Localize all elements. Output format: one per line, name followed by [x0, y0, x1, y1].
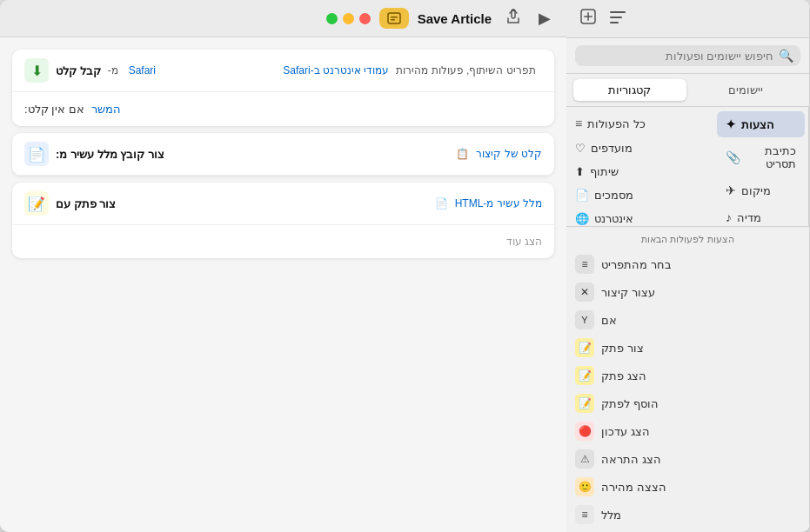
suggestion-select-from-list[interactable]: בחר מהתפריט ≡: [566, 250, 809, 278]
all-actions-header: כל הפעולות ≡: [566, 110, 713, 136]
svg-rect-8: [391, 17, 398, 18]
search-input[interactable]: [582, 50, 773, 63]
tab-bookmarks[interactable]: יישומים: [690, 79, 803, 101]
text-icon: ≡: [575, 505, 594, 524]
suggestion-label-create-note: צור פתק: [601, 342, 644, 355]
card-body-note: הצג עוד: [12, 225, 554, 258]
if-icon: Υ: [575, 310, 594, 329]
suggestion-label-if: אם: [601, 314, 617, 327]
suggestion-stop-shortcut[interactable]: עצור קיצור ✕: [566, 278, 809, 306]
svg-rect-2: [610, 22, 619, 23]
card-header-create-note: 📝 צור פתק עם 📄 מלל עשיר מ-HTML: [12, 183, 554, 225]
stop-icon: ✕: [575, 283, 594, 302]
action-item-favorites[interactable]: מועדפים ♡: [566, 136, 713, 160]
update-icon: 🔴: [575, 422, 594, 441]
svg-rect-5: [584, 16, 592, 17]
window-title: Save Article: [418, 11, 492, 26]
tags-label: תפריט השיתוף, פעולות מהירות: [396, 64, 539, 76]
if-row: אם אין קלט: המשר: [24, 99, 542, 119]
right-toolbar: ▶ Save Article: [0, 0, 566, 37]
shortcut-input-link[interactable]: קלט של קיצור: [476, 148, 542, 160]
app-window: 🔍 יישומים קטגוריות הצעות ✦ כתיבת תסריט 📎: [0, 0, 810, 532]
html-content-link[interactable]: מלל עשיר מ-HTML: [455, 197, 542, 209]
workflow-area: ⬇ קבל קלט מ- Safari עמודי אינטרנט ב-Safa…: [0, 37, 566, 532]
traffic-lights: [326, 13, 371, 24]
action-item-documents[interactable]: מסמכים 📄: [566, 183, 713, 207]
sparkle-icon: ✦: [726, 117, 736, 131]
quick-look-icon: 🙂: [575, 477, 594, 496]
search-input-wrap: 🔍: [575, 45, 800, 66]
tab-row: יישומים קטגוריות: [566, 74, 809, 107]
category-label-media: מדיה: [737, 211, 761, 224]
source-detail-link[interactable]: עמודי אינטרנט ב-Safari: [283, 64, 389, 76]
suggestions-header: הצעות לפעולות הבאות: [566, 234, 809, 250]
add-more-button[interactable]: הצג עוד: [506, 232, 542, 251]
action-item-sharing[interactable]: שיתוף ⬆: [566, 160, 713, 183]
svg-rect-0: [610, 11, 626, 13]
rtf-icon: 📄: [24, 142, 49, 166]
script-icon: 📎: [726, 150, 740, 164]
category-label-actions: הצעות: [741, 118, 774, 131]
show-note-icon: 📝: [575, 366, 594, 385]
suggestion-show-update[interactable]: הצג עדכון 🔴: [566, 417, 809, 445]
play-button[interactable]: ▶: [535, 7, 554, 30]
clipboard-icon-rtf: 📋: [456, 148, 469, 160]
svg-rect-1: [610, 17, 622, 18]
documents-icon: 📄: [575, 189, 589, 202]
right-panel: ▶ Save Article: [0, 0, 566, 532]
filter-icon-button[interactable]: [606, 8, 629, 30]
favorites-icon: ♡: [575, 142, 586, 155]
get-input-icon: ⬇: [24, 58, 49, 83]
suggestions-section: הצעות לפעולות הבאות בחר מהתפריט ≡ עצור ק…: [566, 226, 809, 532]
all-actions-icon: ≡: [575, 116, 582, 130]
suggestion-text[interactable]: מלל ≡: [566, 501, 809, 529]
action-label-sharing: שיתוף: [590, 165, 619, 178]
left-panel: 🔍 יישומים קטגוריות הצעות ✦ כתיבת תסריט 📎: [566, 0, 810, 532]
doc-icon-note: 📄: [435, 197, 448, 209]
close-button[interactable]: [359, 13, 371, 24]
suggestion-show-note[interactable]: הצג פתק 📝: [566, 362, 809, 389]
from-label: מ-: [108, 64, 118, 76]
suggestion-create-note[interactable]: צור פתק 📝: [566, 334, 809, 362]
card-header-get-input: ⬇ קבל קלט מ- Safari עמודי אינטרנט ב-Safa…: [12, 50, 554, 92]
share-button[interactable]: [502, 7, 525, 30]
category-label-writing: כתיבת תסריט: [746, 144, 796, 170]
alert-icon: ⚠: [575, 449, 594, 469]
category-item-location[interactable]: מיקום ✈: [717, 177, 805, 203]
category-item-actions[interactable]: הצעות ✦: [717, 111, 805, 137]
suggestion-label-append-note: הוסף לפתק: [601, 397, 659, 410]
tab-categories[interactable]: קטגוריות: [573, 79, 686, 101]
suggestion-label-text: מלל: [601, 509, 621, 522]
suggestion-label-select: בחר מהתפריט: [601, 258, 672, 271]
action-item-internet[interactable]: אינטרנט 🌐: [566, 207, 713, 226]
if-label: אם אין קלט:: [24, 103, 84, 116]
action-label-documents: מסמכים: [594, 189, 633, 202]
workflow-card-create-note: 📝 צור פתק עם 📄 מלל עשיר מ-HTML הצג עוד: [12, 183, 554, 258]
category-list: הצעות ✦ כתיבת תסריט 📎 מיקום ✈ מדיה ♪: [713, 107, 809, 226]
card-body-get-input: אם אין קלט: המשר: [12, 92, 554, 126]
suggestion-if[interactable]: אם Υ: [566, 306, 809, 334]
maximize-button[interactable]: [326, 13, 338, 24]
suggestion-label-alert: הצג התראה: [601, 453, 661, 466]
card-header-create-rtf: 📄 צור קובץ מלל עשיר מ: 📋 קלט של קיצור: [12, 133, 554, 176]
workflow-card-create-rtf: 📄 צור קובץ מלל עשיר מ: 📋 קלט של קיצור: [12, 133, 554, 176]
search-bar: 🔍: [566, 38, 809, 74]
category-label-location: מיקום: [741, 184, 771, 197]
create-note-icon: 📝: [575, 338, 594, 357]
select-list-icon: ≡: [575, 255, 594, 274]
safari-link[interactable]: Safari: [129, 64, 156, 76]
suggestion-append-note[interactable]: הוסף לפתק 📝: [566, 389, 809, 417]
if-action-link[interactable]: המשר: [91, 103, 121, 116]
category-item-writing[interactable]: כתיבת תסריט 📎: [717, 138, 805, 176]
suggestion-show-alert[interactable]: הצג התראה ⚠: [566, 445, 809, 473]
card-title-get-input: קבל קלט: [56, 64, 101, 77]
suggestion-label-quick-look: הצצה מהירה: [601, 481, 666, 494]
suggestion-quick-look[interactable]: הצצה מהירה 🙂: [566, 473, 809, 501]
suggestion-label-show-note: הצג פתק: [601, 369, 646, 382]
minimize-button[interactable]: [343, 13, 354, 24]
suggestion-label-update: הצג עדכון: [601, 425, 650, 438]
category-item-media[interactable]: מדיה ♪: [717, 204, 805, 226]
shortcut-badge: [379, 8, 409, 29]
new-shortcut-button[interactable]: [577, 7, 599, 30]
left-toolbar: [566, 0, 809, 38]
